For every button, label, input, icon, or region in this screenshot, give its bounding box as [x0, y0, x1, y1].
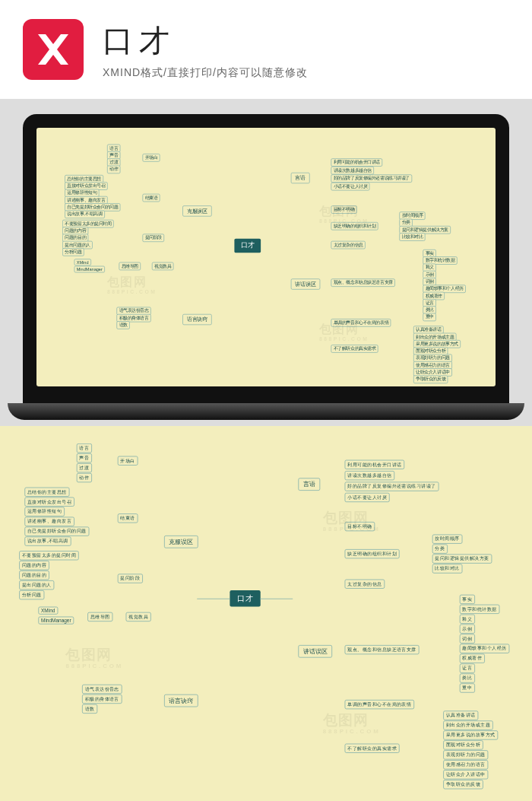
leaf: 视觉教具	[152, 262, 174, 271]
leaf: 好的品牌了反复修编外还需说练习讲读了	[331, 174, 413, 183]
leaf: 问题的目的	[19, 571, 49, 580]
leaf: 开场白	[118, 456, 138, 466]
node-speech: 言语	[298, 478, 320, 491]
leaf: 语气表达份音志	[82, 685, 122, 694]
leaf: 缺乏明确的组织和计划	[345, 549, 400, 558]
leaf: 讲述幽事、趣向发言	[24, 517, 74, 526]
leaf: 利用可能的机会开口讲话	[345, 460, 404, 469]
leaf: 总结你的主要思想	[24, 488, 69, 497]
laptop-screen: 口才 言语 讲话误区 克服误区 语言诀窍 利用可能的机会开口讲话 讲读次数越多越…	[36, 128, 496, 386]
leaf: 语数	[116, 321, 129, 329]
watermark: 包图网888PIC.COM	[107, 274, 157, 294]
mindmap-panel: 口才 言语 讲话误区 克服误区 语言诀窍 利用可能的机会开口讲话 讲读次数越多越…	[0, 426, 532, 801]
leaf: 结束语	[118, 513, 138, 523]
xmind-icon	[34, 30, 72, 68]
leaf: 观点、概念和信息缺乏语言支撑	[345, 645, 420, 654]
leaf: 类比	[460, 673, 475, 682]
leaf: 单调的声音和心不在焉的表情	[345, 700, 414, 709]
leaf: 语数	[82, 704, 97, 714]
leaf: 按时间顺序	[432, 535, 463, 544]
laptop-base	[8, 403, 524, 420]
leaf: 缺乏明确的组织和计划	[331, 222, 378, 230]
leaf: 太过复杂的信息	[345, 580, 385, 589]
leaf: 动作	[107, 166, 120, 174]
leaf: 语言	[77, 443, 92, 453]
connector	[197, 599, 230, 599]
leaf: 开场白	[143, 154, 160, 162]
leaf: 重申	[460, 683, 475, 692]
leaf: 证言	[460, 663, 475, 672]
leaf: 小话不要让人讨厌	[331, 183, 370, 191]
leaf: 争取听众的反馈	[443, 780, 483, 789]
mindmap-small: 口才 言语 讲话误区 克服误区 语言诀窍 利用可能的机会开口讲话 讲读次数越多越…	[36, 128, 493, 386]
leaf: 比较和对比	[432, 564, 463, 573]
laptop-frame: 口才 言语 讲话误区 克服误区 语言诀窍 利用可能的机会开口讲话 讲读次数越多越…	[23, 114, 509, 411]
leaf: 直接对听众发出号召	[24, 497, 74, 507]
mindmap-large: 口才 言语 讲话误区 克服误区 语言诀窍 利用可能的机会开口讲话 讲读次数越多越…	[0, 426, 530, 799]
leaf: 分析问题	[19, 590, 44, 599]
leaf: 运用修辞性短句	[24, 507, 65, 517]
page-title: 口才	[103, 20, 308, 62]
watermark: 包图网888PIC.COM	[65, 645, 123, 669]
leaf: 思维导图	[119, 262, 141, 271]
leaf: 提问阶段	[143, 234, 165, 243]
leaf: 争取听众的反馈	[413, 376, 448, 384]
connector	[260, 599, 293, 599]
leaf: XMind	[38, 607, 58, 615]
leaf: 自已先提好听众会问的问题	[24, 526, 89, 536]
header: 口才 XMIND格式/直接打印/内容可以随意修改	[0, 0, 532, 99]
leaf: 面观对听众分析	[443, 740, 483, 749]
leaf: 词例	[460, 634, 475, 644]
laptop-preview: 口才 言语 讲话误区 克服误区 语言诀窍 利用可能的机会开口讲话 讲读次数越多越…	[0, 99, 532, 426]
leaf: 目标不明确	[345, 522, 375, 531]
leaf: 事实	[460, 595, 475, 604]
leaf: 到出众的开场或主题	[443, 720, 493, 729]
leaf: 不了解听众的真实需求	[345, 744, 400, 753]
node-speech: 言语	[291, 173, 310, 183]
watermark: 包图网888PIC.COM	[323, 710, 381, 734]
leaf: 趣闻轶事和个人经历	[460, 644, 510, 653]
leaf: MindManager	[38, 617, 74, 625]
leaf: 比较和对比	[399, 233, 425, 241]
leaf: 单调的声音和心不在焉的表情	[331, 319, 391, 327]
leaf: 重申	[423, 313, 435, 322]
leaf: 使用感召力的语言	[443, 760, 488, 769]
leaf: 声音	[77, 453, 92, 462]
node-mistakes: 讲话误区	[298, 645, 332, 658]
leaf: 问题的内容	[19, 561, 49, 570]
root-node: 口才	[230, 590, 260, 607]
leaf: 释义	[460, 615, 475, 624]
leaf: 分类	[432, 545, 448, 554]
leaf: MindManager	[74, 266, 105, 273]
leaf: 让听众介入讲话中	[443, 770, 488, 779]
page-subtitle: XMIND格式/直接打印/内容可以随意修改	[103, 66, 308, 80]
leaf: 太过复杂的信息	[331, 241, 366, 250]
leaf: 动作	[77, 473, 92, 482]
leaf: 积极的身体语言	[82, 695, 122, 704]
leaf: 说出故事,不唱高调	[24, 536, 71, 545]
leaf: 观点、概念和信息缺乏语言支撑	[331, 278, 395, 287]
leaf: 讲读次数越多越自信	[345, 471, 395, 480]
leaf: XMind	[74, 259, 91, 265]
leaf: 结束语	[143, 194, 160, 202]
leaf: 好的品牌了反复修编外还需说练习讲读了	[345, 482, 439, 491]
node-tips: 语言诀窍	[182, 314, 211, 325]
title-block: 口才 XMIND格式/直接打印/内容可以随意修改	[103, 20, 308, 80]
leaf: 提问阶段	[118, 574, 143, 583]
leaf: 讲读次数越多越自信	[331, 167, 374, 175]
leaf: 视觉教具	[126, 612, 151, 621]
leaf: 示例	[460, 625, 475, 634]
node-tips: 语言诀窍	[164, 695, 198, 707]
node-overcome: 克服误区	[164, 536, 198, 548]
leaf: 采用更多说的故事方式	[443, 730, 498, 739]
leaf: 不了解听众的真实需求	[331, 345, 378, 353]
app-icon	[23, 19, 84, 80]
leaf: 认真准备讲话	[443, 710, 478, 720]
leaf: 权威著作	[460, 654, 485, 663]
leaf: 过渡	[77, 463, 92, 472]
node-mistakes: 讲话误区	[291, 278, 320, 289]
leaf: 利用可能的机会开口讲话	[331, 158, 383, 167]
leaf: 提出问题的人	[19, 580, 54, 590]
leaf: 分析问题	[62, 248, 84, 256]
leaf: 提问和逻辑提供解决方案	[432, 554, 492, 563]
